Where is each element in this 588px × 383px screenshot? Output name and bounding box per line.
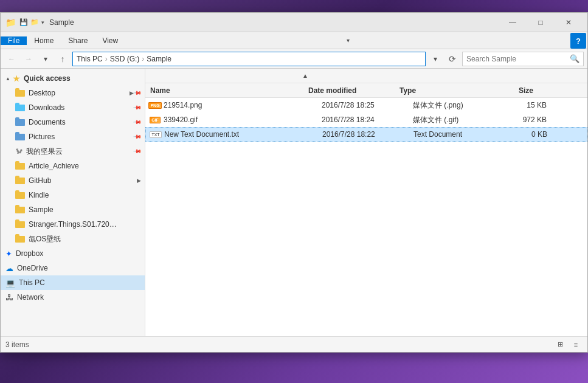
col-header-type[interactable]: Type xyxy=(399,86,485,95)
col-header-name[interactable]: Name xyxy=(150,86,308,95)
sidebar-item-kindle-label: Kindle xyxy=(29,191,49,199)
sidebar-item-github-label: GitHub xyxy=(29,176,51,185)
desktop-folder-icon xyxy=(15,88,25,98)
sidebar-section-quick-access[interactable]: ▲ ★ Quick access xyxy=(1,71,145,86)
pictures-folder-icon xyxy=(15,132,25,142)
statusbar: 3 items ⊞ ≡ xyxy=(1,336,587,352)
maximize-button[interactable]: □ xyxy=(527,13,555,32)
quick-access-expand-icon: ▲ xyxy=(5,76,10,81)
sort-arrow-icon: ▲ xyxy=(302,72,308,79)
back-button[interactable]: ← xyxy=(4,52,19,66)
search-input[interactable] xyxy=(466,55,567,63)
sidebar-item-article-label: Article_Achieve xyxy=(29,162,79,170)
addressbar: ← → ▾ ↑ This PC › SSD (G:) › Sample ▾ ⟳ … xyxy=(1,49,587,69)
file-type-339420: 媒体文件 (.gif) xyxy=(413,115,498,125)
sidebar-item-sample[interactable]: Sample xyxy=(1,202,145,217)
breadcrumb-ssd[interactable]: SSD (G:) xyxy=(110,55,140,63)
sidebar-item-thispc[interactable]: 💻 This PC xyxy=(1,275,145,290)
minimize-button[interactable]: — xyxy=(499,13,527,32)
title-folder-icon: 📁 xyxy=(5,18,16,27)
sidebar-item-stranger[interactable]: Stranger.Things.S01.720p.N xyxy=(1,217,145,232)
jianguoyun-icon: 🐿 xyxy=(15,147,22,156)
tab-home[interactable]: Home xyxy=(27,36,61,45)
close-button[interactable]: ✕ xyxy=(555,13,583,32)
sidebar-item-github[interactable]: GitHub ▶ xyxy=(1,173,145,188)
png-file-icon: PNG xyxy=(150,100,160,110)
breadcrumb-sep-2: › xyxy=(142,55,144,63)
sidebar-item-desktop-label: Desktop xyxy=(29,89,55,97)
sidebar-item-kindle[interactable]: Kindle xyxy=(1,188,145,202)
table-row[interactable]: TXT New Text Document.txt 2016/7/28 18:2… xyxy=(145,127,587,142)
main-area: ▲ ★ Quick access Desktop 📌 ▶ Downloads 📌 xyxy=(1,69,587,336)
file-date-219514: 2016/7/28 18:25 xyxy=(322,101,413,109)
sidebar-item-wallpaper-label: 氙OS壁纸 xyxy=(29,234,61,244)
sidebar-item-jianguoyun[interactable]: 🐿 我的坚果云 📌 xyxy=(1,144,145,159)
file-name-339420: 339420.gif xyxy=(164,116,322,124)
sidebar-item-desktop[interactable]: Desktop 📌 ▶ xyxy=(1,86,145,100)
article-folder-icon xyxy=(15,161,25,171)
ribbon-tabs-row: File Home Share View ▾ ? xyxy=(1,32,587,49)
documents-pin-icon: 📌 xyxy=(133,118,142,127)
title-save-icon: 💾 xyxy=(19,18,28,26)
sidebar-item-documents[interactable]: Documents 📌 xyxy=(1,115,145,129)
sidebar-item-pictures[interactable]: Pictures 📌 xyxy=(1,129,145,144)
sidebar-item-downloads-label: Downloads xyxy=(29,103,64,112)
gif-file-icon: GIF xyxy=(150,115,160,125)
documents-folder-icon xyxy=(15,117,25,128)
help-button[interactable]: ? xyxy=(570,33,586,49)
sidebar-item-downloads[interactable]: Downloads 📌 xyxy=(1,100,145,115)
sidebar-item-network[interactable]: 🖧 Network xyxy=(1,290,145,305)
github-arrow-icon: ▶ xyxy=(137,178,141,184)
gif-icon: GIF xyxy=(150,117,161,123)
recent-button[interactable]: ▾ xyxy=(38,52,53,66)
file-size-339420: 972 KB xyxy=(498,116,547,124)
file-type-219514: 媒体文件 (.png) xyxy=(413,100,498,111)
details-view-button[interactable]: ⊞ xyxy=(553,339,567,351)
sidebar-item-documents-label: Documents xyxy=(29,118,66,126)
pin-icon: 📌 xyxy=(133,89,142,98)
forward-button[interactable]: → xyxy=(21,52,36,66)
title-dropdown-icon: ▾ xyxy=(41,19,44,26)
sidebar-item-wallpaper[interactable]: 氙OS壁纸 xyxy=(1,232,145,246)
refresh-button[interactable]: ⟳ xyxy=(445,52,460,66)
col-header-size[interactable]: Size xyxy=(485,86,533,95)
file-size-219514: 15 KB xyxy=(498,101,547,109)
quick-access-icon: ★ xyxy=(13,74,20,83)
sidebar-item-article[interactable]: Article_Achieve xyxy=(1,159,145,173)
file-date-newtxt: 2016/7/28 18:22 xyxy=(322,130,413,139)
path-dropdown-icon[interactable]: ▾ xyxy=(428,52,443,66)
onedrive-icon: ☁ xyxy=(5,264,13,273)
content-area: ▲ Name Date modified Type Size PNG 21951… xyxy=(145,69,587,336)
sidebar-item-thispc-label: This PC xyxy=(19,278,45,287)
downloads-pin-icon: 📌 xyxy=(133,103,142,112)
breadcrumb-sample[interactable]: Sample xyxy=(147,55,171,63)
tab-view[interactable]: View xyxy=(95,36,125,45)
sidebar-item-network-label: Network xyxy=(17,293,44,302)
wallpaper-folder-icon xyxy=(15,234,25,244)
sidebar-item-onedrive[interactable]: ☁ OneDrive xyxy=(1,261,145,275)
up-button[interactable]: ↑ xyxy=(55,52,70,66)
tab-file[interactable]: File xyxy=(1,36,27,45)
sidebar-item-dropbox-label: Dropbox xyxy=(16,249,43,258)
sidebar-item-dropbox[interactable]: ✦ Dropbox xyxy=(1,246,145,261)
file-size-newtxt: 0 KB xyxy=(499,130,547,139)
sidebar-item-pictures-label: Pictures xyxy=(29,133,55,141)
sample-folder-icon xyxy=(15,205,25,215)
file-list: PNG 219514.png 2016/7/28 18:25 媒体文件 (.pn… xyxy=(145,98,587,336)
network-icon: 🖧 xyxy=(5,293,13,302)
arrow-right-icon: ▶ xyxy=(130,90,134,96)
address-path[interactable]: This PC › SSD (G:) › Sample xyxy=(72,52,426,66)
ribbon-collapse-icon[interactable]: ▾ xyxy=(341,33,355,49)
txt-file-icon: TXT xyxy=(151,129,161,139)
sidebar-item-sample-label: Sample xyxy=(29,205,54,214)
breadcrumb-this-pc[interactable]: This PC xyxy=(77,55,103,63)
list-view-button[interactable]: ≡ xyxy=(569,339,583,351)
titlebar: 📁 💾 📁 ▾ Sample — □ ✕ xyxy=(1,13,587,32)
col-header-date[interactable]: Date modified xyxy=(308,86,399,95)
search-box[interactable]: 🔍 xyxy=(462,52,584,66)
table-row[interactable]: GIF 339420.gif 2016/7/28 18:24 媒体文件 (.gi… xyxy=(145,112,587,127)
quick-access-label: Quick access xyxy=(24,74,71,83)
tab-share[interactable]: Share xyxy=(61,36,95,45)
table-row[interactable]: PNG 219514.png 2016/7/28 18:25 媒体文件 (.pn… xyxy=(145,98,587,112)
sidebar-item-jianguoyun-label: 我的坚果云 xyxy=(26,147,63,157)
